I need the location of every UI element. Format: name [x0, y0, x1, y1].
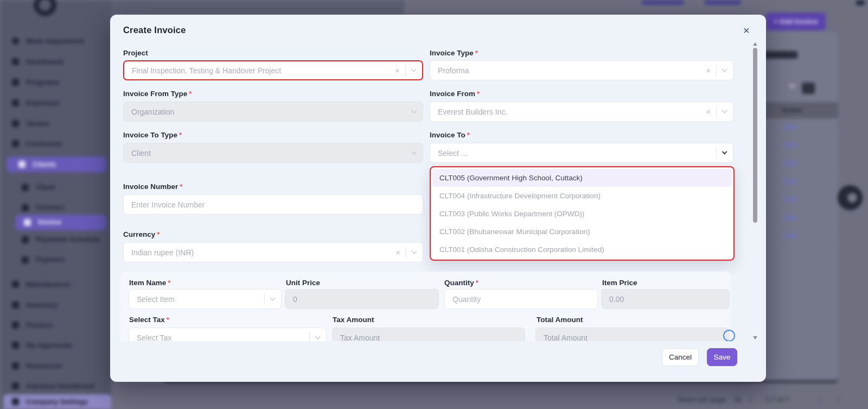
invoice-type-select[interactable]: Proforma × [430, 60, 733, 80]
modal-title: Create Invoice [123, 25, 186, 35]
cancel-button[interactable]: Cancel [662, 348, 699, 366]
chevron-down-icon[interactable] [411, 67, 417, 72]
select-tax-select[interactable]: Select Tax [129, 328, 327, 341]
edit-link[interactable]: Edit [784, 214, 797, 222]
app-screen: Work department Dashboard Programs Expen… [0, 0, 868, 409]
table-row: Edit [760, 118, 838, 136]
sidebar-item-finance[interactable]: Finance [0, 318, 111, 332]
select-tax-label: Select Tax* [129, 316, 169, 324]
sidebar-item-contract[interactable]: Contract [0, 200, 111, 215]
contract-icon [22, 204, 29, 211]
pagination-prev-icon[interactable]: ‹ [819, 396, 821, 404]
save-button[interactable]: Save [707, 348, 737, 366]
app-logo-icon [34, 0, 56, 16]
add-invoice-button[interactable]: + Add Invoice [766, 12, 826, 30]
rows-per-page-caret-icon[interactable] [749, 397, 753, 401]
modal-scrollbar[interactable] [752, 42, 758, 339]
sidebar-item-vendor[interactable]: Vendor [0, 116, 111, 130]
dropdown-option-clt002[interactable]: CLT002 (Bhubaneswar Municipal Corporatio… [432, 223, 732, 241]
sidebar-item-programs[interactable]: Programs [0, 75, 111, 89]
sidebar-item-my-approvals[interactable]: My Approvals [0, 338, 111, 352]
tax-amount-field: Tax Amount [332, 328, 525, 341]
sidebar-item-manufacturer[interactable]: Manufacturer [0, 277, 111, 291]
columns-icon[interactable] [802, 83, 815, 94]
project-select[interactable]: Final Inspection, Testing & Handover Pro… [123, 60, 423, 80]
table-header-action: Action [760, 102, 838, 118]
invoice-from-label: Invoice From* [430, 90, 480, 98]
approvals-icon [12, 342, 19, 349]
edit-link[interactable]: Edit [784, 196, 797, 203]
dropdown-option-clt001[interactable]: CLT001 (Odisha Construction Corporation … [432, 241, 732, 259]
table-row: Edit [760, 191, 838, 209]
item-price-label: Item Price [602, 279, 637, 287]
dropdown-option-clt005[interactable]: CLT005 (Government High School, Cuttack) [432, 169, 732, 187]
clear-icon[interactable]: × [395, 248, 400, 257]
unit-price-field: 0 [285, 289, 439, 309]
edit-link[interactable]: Edit [784, 178, 797, 185]
sidebar-item-client[interactable]: Client [0, 180, 111, 194]
item-name-select[interactable]: Select Item [129, 289, 282, 309]
currency-select[interactable]: Indian rupee (INR) × [123, 242, 423, 262]
rows-per-page-label: Rows per page [678, 396, 726, 404]
payments-schedule-icon [22, 236, 29, 243]
total-amount-label: Total Amount [537, 316, 583, 324]
avatar[interactable] [856, 0, 865, 5]
chevron-down-icon[interactable] [722, 149, 727, 155]
sidebar-item-work-department[interactable]: Work department [0, 34, 111, 48]
resources-icon [12, 362, 19, 369]
clear-icon[interactable]: × [706, 66, 711, 75]
manufacturer-icon [12, 281, 19, 288]
pagination-next-icon[interactable]: › [838, 396, 840, 404]
sidebar-item-contractor[interactable]: Contractor [0, 136, 111, 150]
chevron-down-icon[interactable] [270, 295, 276, 301]
header-button[interactable] [704, 0, 741, 5]
sidebar-item-resources[interactable]: Resources [0, 358, 111, 373]
sidebar-item-company-settings[interactable]: Company Settings [3, 394, 111, 409]
clear-icon[interactable]: × [706, 107, 711, 116]
pagination-range: 1-7 of 7 [765, 396, 789, 404]
edit-link[interactable]: Edit [784, 123, 797, 131]
dropdown-option-clt004[interactable]: CLT004 (Infrastructure Development Corpo… [432, 187, 732, 205]
settings-icon [12, 398, 19, 405]
edit-link[interactable]: Edit [784, 232, 797, 240]
currency-label: Currency* [123, 230, 160, 238]
sidebar-item-expenses[interactable]: Expenses [0, 96, 111, 110]
unit-price-label: Unit Price [286, 279, 320, 287]
add-item-icon[interactable] [723, 330, 735, 341]
invoice-number-label: Invoice Number* [123, 183, 183, 191]
invoice-to-select[interactable]: Select ... [430, 143, 733, 163]
vendor-icon [12, 120, 19, 127]
sidebar-item-payments-schedule[interactable]: Payments Schedule [0, 232, 111, 247]
sidebar-item-dashboard[interactable]: Dashboard [0, 54, 111, 68]
chevron-down-icon[interactable] [722, 108, 727, 114]
header-button[interactable] [642, 0, 684, 5]
floating-widget-icon [847, 193, 857, 203]
invoice-from-select[interactable]: Everest Builders Inc. × [430, 102, 733, 122]
table-row: Edit [760, 136, 838, 154]
close-icon[interactable]: × [739, 23, 754, 37]
edit-link[interactable]: Edit [784, 141, 797, 149]
chevron-down-icon[interactable] [412, 249, 417, 254]
rows-per-page-value[interactable]: 25 [734, 396, 742, 404]
chevron-down-icon[interactable] [722, 67, 727, 72]
sidebar-item-clients-active[interactable]: Clients [7, 156, 106, 172]
sidebar-item-advance-dashboard[interactable]: Advance Dashboard [0, 379, 111, 393]
scrollbar-thumb[interactable] [753, 48, 757, 223]
quantity-input[interactable] [444, 289, 598, 309]
scroll-down-icon[interactable] [753, 336, 757, 339]
scroll-up-icon[interactable] [753, 42, 757, 46]
create-invoice-modal: Create Invoice Project Final Inspection,… [110, 15, 766, 382]
invoice-number-input[interactable] [123, 194, 423, 215]
finance-icon [12, 322, 19, 329]
client-icon [22, 184, 29, 191]
clear-icon[interactable]: × [395, 66, 400, 75]
sidebar-item-inventory[interactable]: Inventory [0, 298, 111, 312]
sidebar-item-invoice-active[interactable]: Invoice [15, 215, 106, 230]
item-price-field: 0.00 [601, 289, 730, 309]
sidebar-item-payment[interactable]: Payment [0, 253, 111, 267]
edit-link[interactable]: Edit [784, 159, 797, 167]
dropdown-option-clt003[interactable]: CLT003 (Public Works Department (OPWD)) [432, 205, 732, 223]
chevron-down-icon[interactable] [315, 334, 321, 339]
chevron-down-icon [412, 149, 417, 155]
filter-icon[interactable] [788, 84, 796, 90]
